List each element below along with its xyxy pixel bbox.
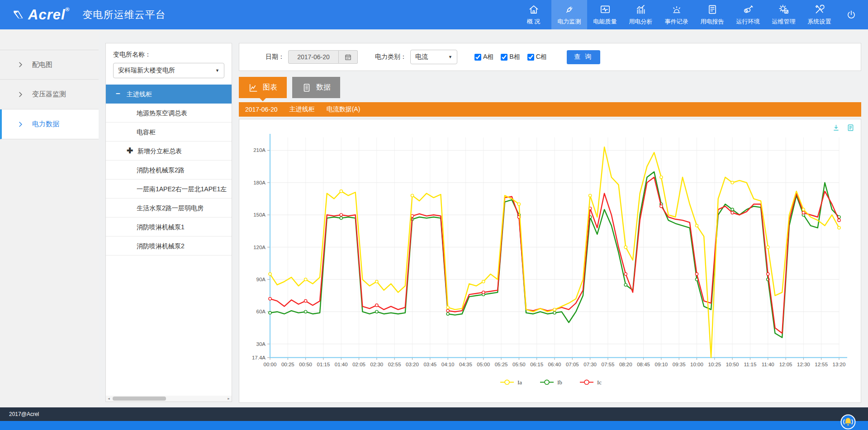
waveform-monitor-icon xyxy=(599,4,611,15)
tree-item-9[interactable]: 消防喷淋机械泵2 xyxy=(106,236,232,255)
export-table-icon[interactable] xyxy=(846,123,855,132)
data-point-Ia[interactable] xyxy=(695,224,698,227)
data-point-Ic[interactable] xyxy=(731,211,734,214)
collapse-minus-icon[interactable]: − xyxy=(116,85,127,104)
data-point-Ib[interactable] xyxy=(269,312,271,314)
sidebar-item-1[interactable]: 配电图 xyxy=(0,50,99,80)
station-select[interactable]: 安科瑞新大楼变电所 ▼ xyxy=(113,63,224,78)
data-point-Ia[interactable] xyxy=(731,181,734,184)
tree-item-label: 电容柜 xyxy=(137,128,156,136)
legend-item-Ic[interactable]: Ic xyxy=(580,379,602,386)
expand-plus-icon[interactable]: ✚ xyxy=(127,142,138,161)
nav-item-8[interactable]: 运维管理 xyxy=(766,0,802,29)
date-label: 日期： xyxy=(266,53,285,61)
scrollbar-left-arrow-icon[interactable]: ◄ xyxy=(106,397,112,400)
checkbox-input[interactable] xyxy=(527,54,534,61)
data-point-Ic[interactable] xyxy=(411,215,413,217)
tab-chart[interactable]: 图表 xyxy=(239,77,287,98)
data-point-Ic[interactable] xyxy=(304,300,307,302)
date-input[interactable] xyxy=(288,50,339,64)
tree-item-7[interactable]: 生活水泵2路一层弱电房 xyxy=(106,198,232,217)
data-point-Ia[interactable] xyxy=(482,280,485,283)
nav-item-7[interactable]: 运行环境 xyxy=(730,0,766,29)
data-point-Ia[interactable] xyxy=(446,306,449,309)
phase-checkbox-1[interactable]: A相 xyxy=(474,53,493,61)
tree-item-1[interactable]: −主进线柜 xyxy=(106,85,232,104)
data-point-Ia[interactable] xyxy=(340,190,342,193)
data-point-Ia[interactable] xyxy=(411,194,413,197)
nav-item-5[interactable]: 事件记录 xyxy=(659,0,694,29)
legend-item-Ib[interactable]: Ib xyxy=(540,379,562,386)
data-point-Ia[interactable] xyxy=(269,273,271,275)
phase-checkbox-3[interactable]: C相 xyxy=(527,53,547,61)
tree-item-4[interactable]: ✚新增分立柜总表 xyxy=(106,142,232,161)
data-point-Ib[interactable] xyxy=(304,310,307,313)
data-point-Ia[interactable] xyxy=(838,227,840,229)
nav-item-9[interactable]: 系统设置 xyxy=(802,0,837,29)
tree-horizontal-scrollbar[interactable]: ◄ ► xyxy=(106,396,232,402)
nav-item-1[interactable]: 概 况 xyxy=(516,0,551,29)
x-tick-label: 03:45 xyxy=(423,362,436,367)
data-point-Ia[interactable] xyxy=(517,203,520,205)
data-point-Ib[interactable] xyxy=(553,312,556,314)
data-point-Ia[interactable] xyxy=(553,308,556,311)
nav-item-label: 事件记录 xyxy=(665,18,688,26)
data-point-Ic[interactable] xyxy=(269,298,271,300)
data-point-Ib[interactable] xyxy=(446,312,449,315)
query-button[interactable]: 查 询 xyxy=(567,50,600,64)
data-point-Ia[interactable] xyxy=(624,246,627,249)
tree-item-2[interactable]: 地源热泵空调总表 xyxy=(106,104,232,123)
nav-item-label: 电能质量 xyxy=(593,18,617,26)
data-point-Ic[interactable] xyxy=(624,273,627,275)
category-select[interactable]: 电流 ▼ xyxy=(410,50,457,64)
data-point-Ia[interactable] xyxy=(767,246,769,249)
nav-item-3[interactable]: 电能质量 xyxy=(587,0,623,29)
tab-data[interactable]: 数据 xyxy=(292,77,340,98)
sidebar-item-3[interactable]: 电力数据 xyxy=(0,109,99,139)
data-point-Ib[interactable] xyxy=(624,284,627,286)
tree-item-3[interactable]: 电容柜 xyxy=(106,123,232,142)
tree-item-8[interactable]: 消防喷淋机械泵1 xyxy=(106,217,232,236)
category-label: 电力类别： xyxy=(375,53,407,61)
data-point-Ia[interactable] xyxy=(589,194,592,197)
gear-wrench-icon xyxy=(778,4,790,15)
x-tick-label: 02:30 xyxy=(370,362,384,367)
scrollbar-thumb[interactable] xyxy=(113,397,166,401)
sidebar: 配电图变压器监测电力数据 xyxy=(0,29,99,407)
station-selector-block: 变电所名称： 安科瑞新大楼变电所 ▼ xyxy=(106,43,232,78)
calendar-button[interactable] xyxy=(339,50,358,64)
logout-button[interactable] xyxy=(837,0,865,29)
data-point-Ia[interactable] xyxy=(802,208,805,211)
download-icon[interactable] xyxy=(832,123,840,132)
sidebar-item-2[interactable]: 变压器监测 xyxy=(0,80,99,109)
notification-bell-icon[interactable] xyxy=(840,414,856,430)
data-point-Ia[interactable] xyxy=(304,278,307,281)
chart-card: 00:0000:2500:5001:1501:4002:0502:3002:55… xyxy=(239,119,861,403)
footer: 2017@Acrel xyxy=(0,407,868,421)
data-point-Ia[interactable] xyxy=(660,176,663,179)
checkbox-input[interactable] xyxy=(474,54,481,61)
data-point-Ic[interactable] xyxy=(660,205,663,208)
checkbox-input[interactable] xyxy=(501,54,508,61)
data-point-Ib[interactable] xyxy=(340,217,342,219)
data-point-Ic[interactable] xyxy=(482,291,485,294)
tree-item-5[interactable]: 消防栓机械泵2路 xyxy=(106,161,232,180)
tree-item-6[interactable]: 一层南1APE2右一层北1APE1左 xyxy=(106,180,232,198)
data-point-Ic[interactable] xyxy=(375,304,378,307)
data-point-Ic[interactable] xyxy=(838,219,840,222)
nav-item-4[interactable]: 用电分析 xyxy=(623,0,659,29)
data-point-Ib[interactable] xyxy=(375,310,378,313)
current-line-chart[interactable]: 00:0000:2500:5001:1501:4002:0502:3002:55… xyxy=(241,131,859,401)
nav-item-2[interactable]: 电力监测 xyxy=(551,0,587,29)
data-point-Ia[interactable] xyxy=(375,280,378,283)
nav-item-6[interactable]: 用电报告 xyxy=(694,0,730,29)
legend-item-Ia[interactable]: Ia xyxy=(500,379,522,386)
data-point-Ic[interactable] xyxy=(767,273,769,275)
data-point-Ic[interactable] xyxy=(695,273,698,275)
data-point-Ib[interactable] xyxy=(731,208,734,211)
scrollbar-right-arrow-icon[interactable]: ► xyxy=(226,397,232,400)
data-point-Ic[interactable] xyxy=(340,213,342,216)
data-point-Ic[interactable] xyxy=(446,309,449,312)
data-point-Ic[interactable] xyxy=(802,211,805,214)
phase-checkbox-2[interactable]: B相 xyxy=(501,53,520,61)
